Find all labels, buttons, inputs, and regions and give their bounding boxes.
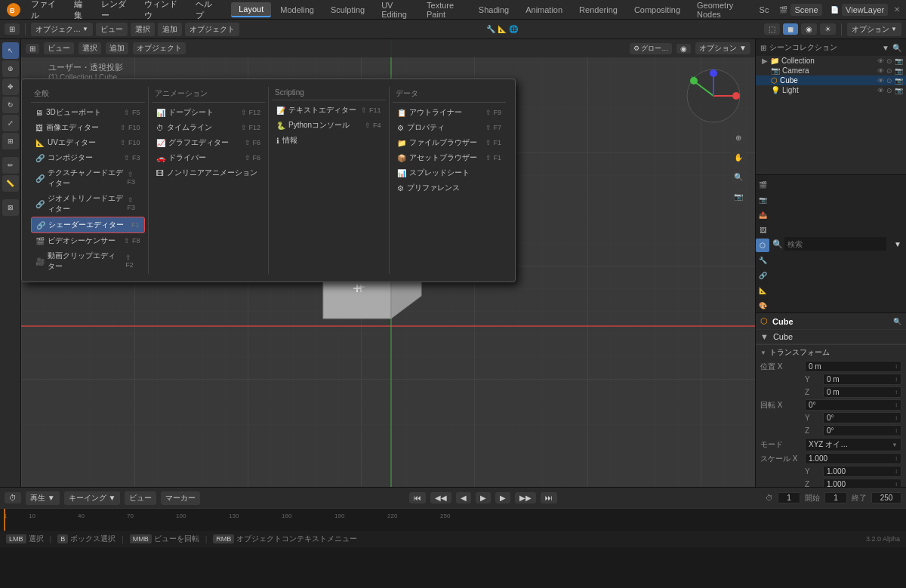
object-name-search[interactable]: 🔍	[893, 318, 901, 325]
dropdown-item-outliner[interactable]: 📋 アウトライナー ⇧ F9	[393, 105, 507, 120]
timeline-jump-end[interactable]: ⏭	[541, 492, 557, 503]
dropdown-item-text[interactable]: 📝 テキストエディター ⇧ F11	[272, 103, 386, 118]
dropdown-item-info[interactable]: ℹ 情報	[272, 133, 386, 148]
outliner-render-icon[interactable]: 📷	[895, 57, 903, 65]
viewport-view-menu[interactable]: ビュー	[44, 42, 74, 54]
timeline-view-btn[interactable]: ビュー	[125, 491, 156, 505]
outliner-camera-eye[interactable]: 👁	[877, 67, 884, 75]
props-tab-material[interactable]: 🎨	[756, 299, 769, 312]
outliner-cube-eye[interactable]: 👁	[877, 77, 884, 85]
props-tab-view[interactable]: 🖼	[756, 223, 769, 237]
workspace-texture[interactable]: Texture Paint	[419, 0, 470, 21]
location-y-field[interactable]: 0 m ↕	[823, 374, 901, 385]
viewport-shading-wire[interactable]: ⬚	[764, 23, 780, 35]
outliner-camera-render[interactable]: 📷	[895, 67, 903, 75]
timeline-jump-start[interactable]: ⏮	[409, 492, 426, 503]
dropdown-item-prefs[interactable]: ⚙ プリファレンス	[393, 180, 507, 195]
timeline-play-btn[interactable]: ▶	[476, 492, 491, 503]
viewport-editor-type-btn[interactable]: ⊞	[26, 44, 39, 54]
scene-name[interactable]: Scene	[790, 4, 821, 16]
dropdown-item-dope[interactable]: 📊 ドープシート ⇧ F12	[152, 105, 266, 120]
outliner-item-camera[interactable]: 📷 Camera 👁 ⊙ 📷	[756, 66, 906, 75]
timeline-prev-key[interactable]: ◀◀	[430, 492, 451, 503]
select-menu[interactable]: 選択	[131, 23, 155, 36]
outliner-item-collection[interactable]: ▶ 📁 Collection 👁 ⊙ 📷	[756, 56, 906, 66]
dropdown-item-shader[interactable]: 🔗 シェーダーエディター F1	[31, 217, 145, 233]
timeline-area[interactable]: 1 10 40 70 100 130 160 190 220 250	[0, 508, 906, 531]
dropdown-item-python[interactable]: 🐍 Pythonコンソール ⇧ F4	[272, 118, 386, 133]
outliner-cube-hide[interactable]: ⊙	[886, 77, 892, 85]
dropdown-item-texture-node[interactable]: 🔗 テクスチャノードエディター ⇧ F3	[31, 165, 145, 191]
props-tab-scene[interactable]: 🎬	[756, 178, 769, 192]
measure-tool-btn[interactable]: 📏	[2, 175, 19, 192]
cursor-tool-btn[interactable]: ⊕	[2, 60, 19, 77]
object-menu[interactable]: オブジェクト	[185, 23, 239, 36]
dropdown-item-timeline[interactable]: ⏱ タイムライン ⇧ F12	[152, 120, 266, 135]
scale-y-field[interactable]: 1.000 ↕	[823, 466, 901, 477]
options-button[interactable]: オプション ▼	[847, 23, 901, 36]
dropdown-item-spreadsheet[interactable]: 📊 スプレッドシート	[393, 165, 507, 180]
workspace-modeling[interactable]: Modeling	[273, 3, 322, 17]
dropdown-item-driver[interactable]: 🚗 ドライバー ⇧ F6	[152, 150, 266, 165]
workspace-compositing[interactable]: Compositing	[627, 3, 688, 17]
timeline-marker-btn[interactable]: マーカー	[161, 491, 200, 505]
workspace-shading[interactable]: Shading	[471, 3, 516, 17]
location-x-field[interactable]: 0 m ↕	[805, 361, 901, 372]
scale-tool-btn[interactable]: ⤢	[2, 115, 19, 131]
timeline-editor-type[interactable]: ⏱	[5, 492, 21, 503]
workspace-animation[interactable]: Animation	[518, 3, 570, 17]
scale-x-field[interactable]: 1.000 ↕	[805, 453, 901, 464]
dropdown-item-nla[interactable]: 🎞 ノンリニアアニメーション	[152, 165, 266, 180]
view-menu[interactable]: ビュー	[96, 23, 128, 36]
timeline-next-frame[interactable]: ▶	[495, 492, 510, 503]
timeline-prev-frame[interactable]: ◀	[456, 492, 471, 503]
viewport-gizmo-toggle[interactable]: ⚙ グロー…	[630, 43, 673, 54]
mode-selector[interactable]: オブジェク… ▼	[31, 23, 93, 36]
dropdown-item-clip[interactable]: 🎥 動画クリップエディター ⇧ F2	[31, 248, 145, 274]
props-tab-output[interactable]: 📤	[756, 208, 769, 222]
workspace-layout[interactable]: Layout	[231, 2, 271, 17]
outliner-cube-render[interactable]: 📷	[895, 77, 903, 85]
menu-file[interactable]: ファイル	[26, 0, 67, 23]
outliner-filter-icon[interactable]: ▼	[882, 44, 889, 52]
add-menu[interactable]: 追加	[158, 23, 182, 36]
transform-tool-btn[interactable]: ⊞	[2, 133, 19, 149]
viewport-shading-material[interactable]: ◉	[801, 23, 817, 35]
rotate-tool-btn[interactable]: ↻	[2, 97, 19, 113]
viewport-gizmo[interactable]: X Y Z	[683, 66, 744, 126]
select-tool-btn[interactable]: ↖	[2, 42, 19, 59]
viewport-object-menu[interactable]: オブジェクト	[133, 42, 186, 54]
props-options-icon[interactable]: ▼	[889, 240, 906, 248]
start-frame-field[interactable]: 1	[824, 492, 847, 503]
workspace-uv[interactable]: UV Editing	[374, 0, 418, 21]
outliner-eye-icon[interactable]: 👁	[877, 57, 884, 65]
outliner-camera-hide[interactable]: ⊙	[886, 67, 892, 75]
outliner-item-light[interactable]: 💡 Light 👁 ⊙ 📷	[756, 85, 906, 95]
workspace-rendering[interactable]: Rendering	[572, 3, 625, 17]
viewport-3d[interactable]: ⊞ ビュー 選択 追加 オブジェクト ⚙ グロー… ◉ オプション ▼ ユーザー…	[21, 39, 755, 487]
current-frame-field[interactable]: 1	[778, 492, 800, 503]
dropdown-item-compositor[interactable]: 🔗 コンポジター ⇧ F3	[31, 150, 145, 165]
end-frame-field[interactable]: 250	[871, 492, 901, 503]
timeline-playback-btn[interactable]: 再生 ▼	[26, 491, 60, 505]
dropdown-item-filebrowser[interactable]: 📁 ファイルブラウザー ⇧ F1	[393, 135, 507, 150]
scale-z-field[interactable]: 1.000 ↕	[823, 479, 901, 487]
props-tab-rendersettings[interactable]: 📷	[756, 193, 769, 207]
transform-section-header[interactable]: ▼ トランスフォーム	[756, 345, 906, 360]
dropdown-item-image[interactable]: 🖼 画像エディター ⇧ F10	[31, 120, 145, 135]
workspace-sculpting[interactable]: Sculpting	[323, 3, 372, 17]
dropdown-item-asset[interactable]: 📦 アセットブラウザー ⇧ F1	[393, 150, 507, 165]
viewport-select-menu[interactable]: 選択	[79, 42, 101, 54]
editor-type-button[interactable]: ⊞	[5, 23, 20, 35]
outliner-light-hide[interactable]: ⊙	[886, 87, 892, 94]
rotation-x-field[interactable]: 0° ↕	[805, 399, 901, 411]
zoom-fit-icon[interactable]: ⊕	[731, 130, 746, 145]
menu-render[interactable]: レンダー	[96, 0, 137, 23]
menu-edit[interactable]: 編集	[69, 0, 94, 23]
rotation-y-field[interactable]: 0° ↕	[823, 412, 901, 423]
outliner-hide-icon[interactable]: ⊙	[886, 57, 892, 65]
workspace-sc[interactable]: Sc	[752, 3, 777, 17]
timeline-keying-btn[interactable]: キーイング ▼	[64, 491, 121, 505]
menu-help[interactable]: ヘルプ	[190, 0, 224, 23]
outliner-search-icon[interactable]: 🔍	[892, 44, 901, 52]
